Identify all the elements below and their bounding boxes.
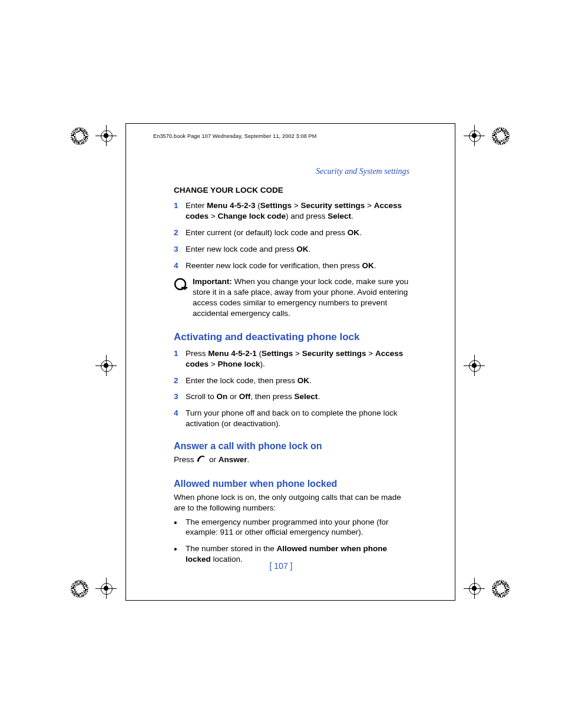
page-number: [ 107 ] [0, 561, 562, 571]
important-note: Important: When you change your lock cod… [174, 276, 409, 318]
step-number: 3 [174, 391, 186, 402]
step-item: 3 Scroll to On or Off, then press Select… [174, 391, 409, 402]
step-number: 3 [174, 244, 186, 255]
step-text: Enter the lock code, then press OK. [186, 375, 409, 386]
step-text: Enter Menu 4-5-2-3 (Settings > Security … [186, 200, 409, 222]
step-item: 4 Reenter new lock code for verification… [174, 261, 409, 271]
registration-mark [457, 578, 510, 601]
step-text: Press Menu 4-5-2-1 (Settings > Security … [186, 348, 409, 370]
step-item: 1 Enter Menu 4-5-2-3 (Settings > Securit… [174, 200, 409, 222]
step-number: 1 [174, 200, 186, 222]
step-text: Turn your phone off and back on to compl… [186, 408, 409, 429]
bullet-text: The emergency number programmed into you… [186, 517, 409, 538]
section-heading: Activating and deactivating phone lock [174, 331, 409, 344]
steps-list: 1 Press Menu 4-5-2-1 (Settings > Securit… [174, 348, 409, 429]
registration-mark [71, 578, 124, 601]
registration-mark [71, 125, 124, 149]
step-item: 4 Turn your phone off and back on to com… [174, 408, 409, 429]
steps-list: 1 Enter Menu 4-5-2-3 (Settings > Securit… [174, 200, 409, 271]
section-heading: Answer a call with phone lock on [174, 440, 409, 452]
step-number: 2 [174, 228, 186, 238]
step-item: 3 Enter new lock code and press OK. [174, 244, 409, 255]
running-header: En3570.book Page 107 Wednesday, Septembe… [153, 133, 316, 139]
step-number: 1 [174, 348, 186, 370]
step-number: 2 [174, 375, 186, 386]
registration-mark [457, 355, 510, 378]
chapter-title: Security and System settings [174, 166, 409, 177]
step-item: 2 Enter current (or default) lock code a… [174, 228, 409, 238]
step-text: Reenter new lock code for verification, … [186, 261, 409, 271]
bullet-item: The emergency number programmed into you… [174, 517, 409, 538]
important-text: Important: When you change your lock cod… [193, 276, 409, 318]
step-text: Enter current (or default) lock code and… [186, 228, 409, 238]
section-heading: Allowed number when phone locked [174, 477, 409, 490]
registration-mark [457, 125, 510, 149]
body-text: When phone lock is on, the only outgoing… [174, 492, 409, 513]
page-content: Security and System settings CHANGE YOUR… [174, 166, 409, 571]
body-text: Press or Answer. [174, 454, 409, 467]
step-item: 1 Press Menu 4-5-2-1 (Settings > Securit… [174, 348, 409, 370]
step-text: Scroll to On or Off, then press Select. [186, 391, 409, 402]
bullet-list: The emergency number programmed into you… [174, 517, 409, 565]
step-text: Enter new lock code and press OK. [186, 244, 409, 255]
step-number: 4 [174, 408, 186, 429]
important-icon [174, 276, 193, 318]
registration-mark [71, 355, 124, 378]
section-heading: CHANGE YOUR LOCK CODE [174, 185, 409, 196]
step-number: 4 [174, 261, 186, 271]
step-item: 2 Enter the lock code, then press OK. [174, 375, 409, 386]
call-icon [196, 454, 207, 467]
